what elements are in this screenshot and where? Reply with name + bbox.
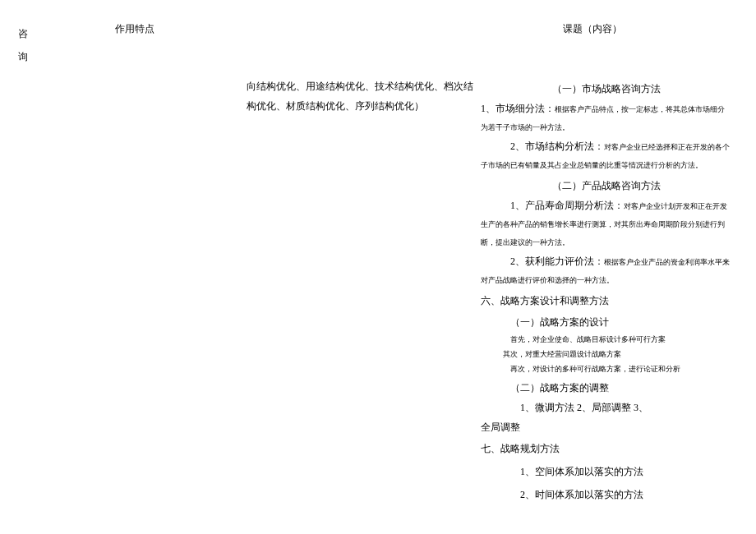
method-2-2: 2、获利能力评价法：根据客户企业产品的资金利润率水平来对产品战略进行评价和选择的… xyxy=(481,252,731,288)
section-7-line1: 1、空间体系加以落实的方法 xyxy=(481,463,731,481)
section-6-sub2-line1a: 1、微调方法 2、局部调整 3、 xyxy=(481,398,731,417)
section-6-sub1-line3: 再次，对设计的多种可行战略方案，进行论证和分析 xyxy=(481,362,731,375)
header-left-label: 咨 询 xyxy=(18,22,28,68)
method-2-1-label: 1、产品寿命周期分析法： xyxy=(510,200,624,211)
method-2-2-label: 2、获利能力评价法： xyxy=(510,255,604,267)
method-1-1: 1、市场细分法：根据客户产品特点，按一定标志，将其总体市场细分为若干子市场的一种… xyxy=(481,99,731,136)
right-column: （一）市场战略咨询方法 1、市场细分法：根据客户产品特点，按一定标志，将其总体市… xyxy=(481,76,731,505)
section-6-title: 六、战略方案设计和调整方法 xyxy=(481,292,731,310)
section-7-title: 七、战略规划方法 xyxy=(481,440,731,458)
method-1-1-label: 1、市场细分法： xyxy=(481,103,555,114)
section-7-line2: 2、时间体系加以落实的方法 xyxy=(481,486,731,504)
section-6-sub2-title: （二）战略方案的调整 xyxy=(481,379,731,397)
method-2-1: 1、产品寿命周期分析法：对客户企业计划开发和正在开发生产的各种产品的销售增长率进… xyxy=(481,196,731,251)
section-6-sub1-line1: 首先，对企业使命、战略目标设计多种可行方案 xyxy=(481,333,731,346)
section-6-sub1-line2: 其次，对重大经营问题设计战略方案 xyxy=(481,348,731,361)
left-body-text: 向结构优化、用途结构优化、技术结构优化、档次结构优化、材质结构优化、序列结构优化… xyxy=(247,76,477,116)
method-1-2-label: 2、市场结构分析法： xyxy=(510,140,604,152)
section-6-sub1-title: （一）战略方案的设计 xyxy=(481,313,731,331)
section-1-title: （一）市场战略咨询方法 xyxy=(481,80,731,98)
header-mid-label: 作用特点 xyxy=(115,22,154,36)
section-6-sub2-line1b: 全局调整 xyxy=(481,418,731,436)
header-right-label: 课题（内容） xyxy=(563,22,622,36)
section-2-title: （二）产品战略咨询方法 xyxy=(481,177,731,195)
method-1-2: 2、市场结构分析法：对客户企业已经选择和正在开发的各个子市场的已有销量及其占企业… xyxy=(481,137,731,173)
